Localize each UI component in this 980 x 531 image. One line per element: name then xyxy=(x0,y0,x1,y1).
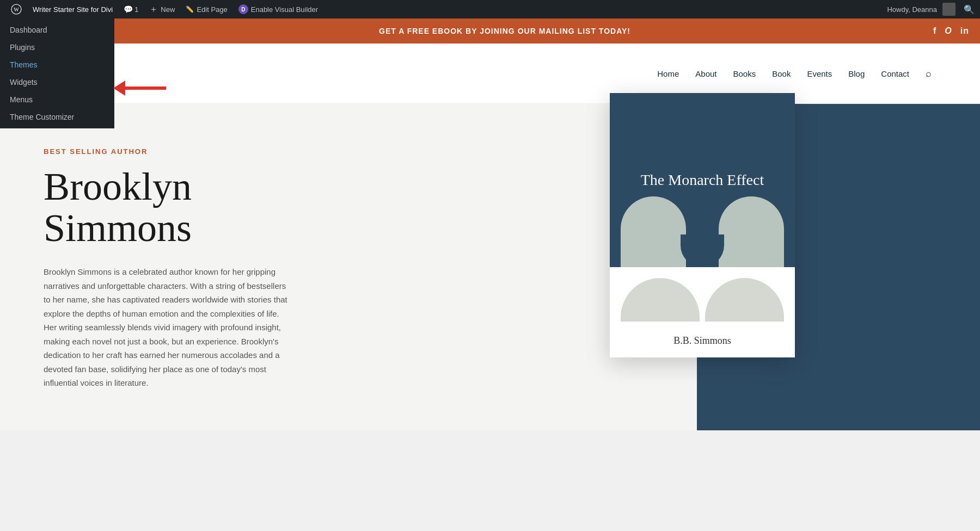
instagram-icon[interactable]: O xyxy=(945,26,952,36)
wp-logo-item[interactable]: W xyxy=(5,0,27,18)
hero-title: Brooklyn Simmons xyxy=(44,166,653,249)
hero-subtitle: BEST SELLING AUTHOR xyxy=(44,147,653,156)
nav-blog[interactable]: Blog xyxy=(848,69,865,78)
admin-bar-right: Howdy, Deanna 🔍 xyxy=(887,3,975,16)
site-name-item[interactable]: Writer Starter Site for Divi xyxy=(27,0,118,18)
edit-page-label: Edit Page xyxy=(197,5,227,14)
bottom-shape-right xyxy=(705,278,784,322)
hero-title-line1: Brooklyn xyxy=(44,165,192,208)
cover-shape-left xyxy=(621,196,686,267)
divi-builder-item[interactable]: D Enable Visual Builder xyxy=(233,0,323,18)
pencil-icon: ✏️ xyxy=(186,5,194,13)
dropdown-themes[interactable]: Themes xyxy=(0,56,114,73)
hero-content: BEST SELLING AUTHOR Brooklyn Simmons Bro… xyxy=(0,104,697,430)
cover-shape-right xyxy=(719,196,784,267)
facebook-icon[interactable]: f xyxy=(933,26,936,36)
dashboard-label: Dashboard xyxy=(10,26,47,34)
dropdown-menus[interactable]: Menus xyxy=(0,91,114,108)
nav-search-icon[interactable]: ⌕ xyxy=(926,68,936,79)
enable-builder-label: Enable Visual Builder xyxy=(251,5,318,14)
wp-logo-icon: W xyxy=(11,4,22,15)
site-banner: GET A FREE EBOOK BY JOINING OUR MAILING … xyxy=(0,18,980,44)
hero-title-line2: Simmons xyxy=(44,206,192,250)
dropdown-widgets[interactable]: Widgets xyxy=(0,73,114,91)
book-author: B.B. Simmons xyxy=(621,330,784,347)
nav-events[interactable]: Events xyxy=(807,69,832,78)
menus-label: Menus xyxy=(10,95,33,104)
hero-description: Brooklyn Simmons is a celebrated author … xyxy=(44,265,294,390)
linkedin-icon[interactable]: in xyxy=(960,26,969,36)
nav-about[interactable]: About xyxy=(695,69,716,78)
hero-section: BEST SELLING AUTHOR Brooklyn Simmons Bro… xyxy=(0,104,980,430)
dropdown-dashboard[interactable]: Dashboard xyxy=(0,21,114,39)
book-bottom-shapes xyxy=(621,278,784,322)
themes-label: Themes xyxy=(10,60,38,69)
admin-bar: W Writer Starter Site for Divi 💬 1 ＋ New… xyxy=(0,0,980,18)
book-title: The Monarch Effect xyxy=(630,170,775,190)
dropdown-plugins[interactable]: Plugins xyxy=(0,39,114,56)
new-item[interactable]: ＋ New xyxy=(144,0,180,18)
search-icon[interactable]: 🔍 xyxy=(964,4,975,15)
edit-page-item[interactable]: ✏️ Edit Page xyxy=(180,0,232,18)
divi-icon: D xyxy=(238,4,248,14)
appearance-dropdown: Dashboard Plugins Themes Widgets Menus T… xyxy=(0,18,114,128)
bottom-shape-left xyxy=(621,278,700,322)
book-bottom-section: B.B. Simmons xyxy=(610,267,795,357)
dropdown-theme-customizer[interactable]: Theme Customizer xyxy=(0,108,114,126)
arrow-head xyxy=(113,81,125,96)
comments-count: 1 xyxy=(134,5,138,14)
book-cover-shapes xyxy=(610,180,795,267)
howdy-label: Howdy, Deanna xyxy=(887,5,937,14)
arrow-line xyxy=(125,87,166,90)
plus-icon: ＋ xyxy=(149,4,158,15)
cover-shape-divot xyxy=(681,234,724,267)
widgets-label: Widgets xyxy=(10,78,38,87)
pointer-arrow xyxy=(114,81,166,96)
banner-social-icons: f O in xyxy=(933,26,969,36)
site-name-label: Writer Starter Site for Divi xyxy=(33,5,113,14)
hero-background: The Monarch Effect B.B. Simmons xyxy=(697,104,980,430)
nav-book[interactable]: Book xyxy=(772,69,791,78)
comment-icon: 💬 xyxy=(124,5,133,14)
theme-customizer-label: Theme Customizer xyxy=(10,113,74,121)
nav-contact[interactable]: Contact xyxy=(881,69,909,78)
svg-text:W: W xyxy=(14,7,19,13)
nav-books[interactable]: Books xyxy=(733,69,756,78)
nav-home[interactable]: Home xyxy=(657,69,679,78)
book-card: The Monarch Effect B.B. Simmons xyxy=(610,93,795,357)
book-cover: The Monarch Effect xyxy=(610,93,795,267)
site-navigation: Home About Books Book Events Blog Contac… xyxy=(657,68,936,79)
plugins-label: Plugins xyxy=(10,43,35,52)
admin-avatar xyxy=(942,3,955,16)
banner-text: GET A FREE EBOOK BY JOINING OUR MAILING … xyxy=(76,27,933,35)
comments-item[interactable]: 💬 1 xyxy=(118,0,144,18)
new-label: New xyxy=(161,5,175,14)
